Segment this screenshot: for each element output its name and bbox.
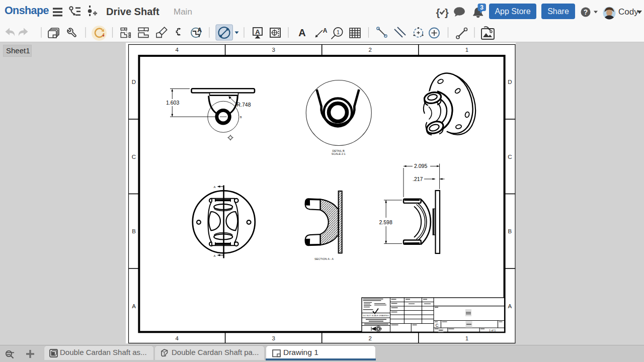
svg-text:A: A <box>132 303 136 309</box>
svg-text:4: 4 <box>175 335 179 341</box>
svg-text:2: 2 <box>369 335 372 341</box>
svg-text:D: D <box>508 79 512 85</box>
svg-text:A: A <box>508 303 512 309</box>
svg-text:3: 3 <box>480 4 484 11</box>
svg-text:C: C <box>436 323 439 328</box>
svg-text:1: 1 <box>465 335 468 341</box>
svg-text:4: 4 <box>175 47 179 53</box>
svg-text:SCALE 2:1: SCALE 2:1 <box>332 152 346 155</box>
svg-text:A: A <box>197 27 202 34</box>
svg-text:A: A <box>255 28 260 36</box>
svg-text:A: A <box>298 27 305 38</box>
svg-text:A: A <box>214 186 216 189</box>
svg-text:?: ? <box>584 8 588 16</box>
svg-text:1.603: 1.603 <box>166 100 179 106</box>
svg-text:1: 1 <box>465 47 468 53</box>
svg-text:A: A <box>214 254 216 257</box>
svg-text:2.598: 2.598 <box>379 219 392 225</box>
svg-text:C: C <box>508 154 512 160</box>
svg-text:A: A <box>323 27 328 34</box>
svg-text:B: B <box>132 228 136 234</box>
svg-text:2: 2 <box>369 47 372 53</box>
svg-text:R.748: R.748 <box>237 102 251 108</box>
svg-text:.217: .217 <box>413 176 423 182</box>
svg-text:}: } <box>445 7 449 18</box>
svg-text:1 of 1: 1 of 1 <box>489 329 496 332</box>
svg-text:SECTION A - A: SECTION A - A <box>314 257 334 260</box>
svg-text:{: { <box>436 7 440 18</box>
svg-text:3: 3 <box>272 335 275 341</box>
svg-text:1: 1 <box>337 29 340 35</box>
svg-text:3: 3 <box>272 47 275 53</box>
svg-text:2.095: 2.095 <box>414 163 427 169</box>
svg-text:D: D <box>132 79 136 85</box>
svg-text:C: C <box>132 154 136 160</box>
svg-text:B: B <box>240 116 242 119</box>
svg-text:DO NOT SCALE DRAWING: DO NOT SCALE DRAWING <box>363 314 388 317</box>
svg-text:B: B <box>508 228 512 234</box>
